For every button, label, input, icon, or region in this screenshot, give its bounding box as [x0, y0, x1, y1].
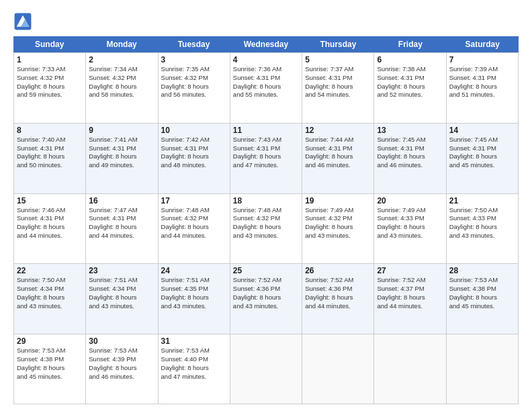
day-number: 15	[17, 196, 83, 205]
logo	[13, 12, 35, 31]
header	[13, 12, 519, 31]
cell-line-0: Sunrise: 7:53 AM	[449, 276, 515, 285]
cell-line-0: Sunrise: 7:53 AM	[161, 347, 227, 355]
cell-line-1: Sunset: 4:32 PM	[89, 74, 154, 83]
day-number: 3	[161, 55, 227, 64]
cell-line-2: Daylight: 8 hours	[377, 152, 443, 161]
cell-line-1: Sunset: 4:31 PM	[17, 214, 83, 223]
cell-line-1: Sunset: 4:31 PM	[305, 144, 371, 153]
cell-line-1: Sunset: 4:31 PM	[377, 74, 443, 83]
cell-line-0: Sunrise: 7:44 AM	[305, 136, 371, 144]
cell-line-2: Daylight: 8 hours	[161, 293, 227, 302]
cell-line-3: and 46 minutes.	[377, 161, 443, 170]
cell-line-0: Sunrise: 7:46 AM	[17, 206, 83, 215]
cell-line-2: Daylight: 8 hours	[161, 83, 227, 91]
cal-cell-15: 15Sunrise: 7:46 AMSunset: 4:31 PMDayligh…	[14, 193, 86, 264]
cell-line-2: Daylight: 8 hours	[449, 223, 515, 232]
cell-line-3: and 45 minutes.	[449, 302, 515, 311]
cell-line-0: Sunrise: 7:51 AM	[161, 276, 227, 285]
cal-cell-24: 24Sunrise: 7:51 AMSunset: 4:35 PMDayligh…	[159, 263, 230, 334]
cal-cell-2: 2Sunrise: 7:34 AMSunset: 4:32 PMDaylight…	[86, 52, 158, 123]
cell-line-1: Sunset: 4:34 PM	[17, 285, 83, 293]
cal-cell-27: 27Sunrise: 7:52 AMSunset: 4:37 PMDayligh…	[374, 263, 446, 334]
cal-cell-7: 7Sunrise: 7:39 AMSunset: 4:31 PMDaylight…	[447, 52, 519, 123]
cal-cell-29: 29Sunrise: 7:53 AMSunset: 4:38 PMDayligh…	[14, 334, 86, 404]
cell-line-1: Sunset: 4:31 PM	[89, 144, 154, 153]
cell-line-0: Sunrise: 7:52 AM	[377, 276, 443, 285]
cell-line-3: and 52 minutes.	[377, 91, 443, 99]
cell-line-0: Sunrise: 7:53 AM	[17, 347, 83, 355]
cell-line-3: and 46 minutes.	[89, 373, 154, 381]
cell-line-2: Daylight: 8 hours	[161, 364, 227, 373]
cell-line-3: and 44 minutes.	[305, 302, 371, 311]
cal-cell-14: 14Sunrise: 7:45 AMSunset: 4:31 PMDayligh…	[447, 123, 519, 193]
cell-line-3: and 43 minutes.	[305, 232, 371, 240]
header-day-monday: Monday	[85, 36, 157, 52]
cell-line-3: and 54 minutes.	[305, 91, 371, 99]
cal-cell-10: 10Sunrise: 7:42 AMSunset: 4:31 PMDayligh…	[159, 123, 230, 193]
cell-line-1: Sunset: 4:32 PM	[233, 214, 299, 223]
day-number: 26	[305, 266, 371, 275]
cell-line-2: Daylight: 8 hours	[89, 223, 154, 232]
day-number: 1	[17, 55, 83, 64]
cell-line-1: Sunset: 4:40 PM	[161, 355, 227, 364]
header-day-thursday: Thursday	[302, 36, 374, 52]
cal-cell-19: 19Sunrise: 7:49 AMSunset: 4:32 PMDayligh…	[302, 193, 374, 264]
cell-line-2: Daylight: 8 hours	[17, 293, 83, 302]
cell-line-2: Daylight: 8 hours	[161, 223, 227, 232]
cell-line-2: Daylight: 8 hours	[305, 152, 371, 161]
cal-row-2: 8Sunrise: 7:40 AMSunset: 4:31 PMDaylight…	[13, 123, 519, 193]
cal-cell-8: 8Sunrise: 7:40 AMSunset: 4:31 PMDaylight…	[14, 123, 86, 193]
cell-line-2: Daylight: 8 hours	[233, 223, 299, 232]
cell-line-0: Sunrise: 7:45 AM	[377, 136, 443, 144]
cell-line-3: and 50 minutes.	[17, 161, 83, 170]
cell-line-3: and 55 minutes.	[233, 91, 299, 99]
cal-cell-21: 21Sunrise: 7:50 AMSunset: 4:33 PMDayligh…	[447, 193, 519, 264]
cell-line-3: and 46 minutes.	[305, 161, 371, 170]
header-day-saturday: Saturday	[447, 36, 519, 52]
cell-line-2: Daylight: 8 hours	[233, 293, 299, 302]
cell-line-2: Daylight: 8 hours	[17, 223, 83, 232]
cal-cell-13: 13Sunrise: 7:45 AMSunset: 4:31 PMDayligh…	[374, 123, 446, 193]
cell-line-1: Sunset: 4:38 PM	[17, 355, 83, 364]
cell-line-0: Sunrise: 7:34 AM	[89, 65, 154, 74]
cell-line-0: Sunrise: 7:41 AM	[89, 136, 154, 144]
cal-cell-18: 18Sunrise: 7:48 AMSunset: 4:32 PMDayligh…	[230, 193, 302, 264]
cell-line-2: Daylight: 8 hours	[89, 293, 154, 302]
cell-line-2: Daylight: 8 hours	[449, 293, 515, 302]
cell-line-1: Sunset: 4:36 PM	[233, 285, 299, 293]
cell-line-2: Daylight: 8 hours	[17, 152, 83, 161]
cell-line-3: and 44 minutes.	[161, 232, 227, 240]
cell-line-3: and 44 minutes.	[377, 302, 443, 311]
cell-line-0: Sunrise: 7:50 AM	[17, 276, 83, 285]
day-number: 19	[305, 196, 371, 205]
cell-line-1: Sunset: 4:31 PM	[449, 144, 515, 153]
cal-cell-empty-6	[447, 334, 519, 404]
cal-cell-empty-4	[302, 334, 374, 404]
cal-cell-5: 5Sunrise: 7:37 AMSunset: 4:31 PMDaylight…	[302, 52, 374, 123]
day-number: 16	[89, 196, 154, 205]
cal-cell-empty-5	[374, 334, 446, 404]
cell-line-0: Sunrise: 7:42 AM	[161, 136, 227, 144]
calendar-body: 1Sunrise: 7:33 AMSunset: 4:32 PMDaylight…	[13, 52, 519, 404]
cal-cell-17: 17Sunrise: 7:48 AMSunset: 4:32 PMDayligh…	[159, 193, 230, 264]
day-number: 7	[449, 55, 515, 64]
day-number: 12	[305, 126, 371, 135]
cell-line-3: and 59 minutes.	[17, 91, 83, 99]
cell-line-3: and 51 minutes.	[449, 91, 515, 99]
cell-line-2: Daylight: 8 hours	[449, 83, 515, 91]
cell-line-0: Sunrise: 7:33 AM	[17, 65, 83, 74]
cell-line-0: Sunrise: 7:52 AM	[305, 276, 371, 285]
day-number: 27	[377, 266, 443, 275]
cell-line-1: Sunset: 4:37 PM	[377, 285, 443, 293]
cal-row-3: 15Sunrise: 7:46 AMSunset: 4:31 PMDayligh…	[13, 193, 519, 264]
cell-line-2: Daylight: 8 hours	[89, 364, 154, 373]
cell-line-0: Sunrise: 7:48 AM	[233, 206, 299, 215]
cal-cell-11: 11Sunrise: 7:43 AMSunset: 4:31 PMDayligh…	[230, 123, 302, 193]
cell-line-2: Daylight: 8 hours	[305, 223, 371, 232]
cell-line-3: and 45 minutes.	[17, 373, 83, 381]
cell-line-0: Sunrise: 7:49 AM	[377, 206, 443, 215]
day-number: 17	[161, 196, 227, 205]
cell-line-0: Sunrise: 7:49 AM	[305, 206, 371, 215]
cell-line-3: and 44 minutes.	[17, 232, 83, 240]
